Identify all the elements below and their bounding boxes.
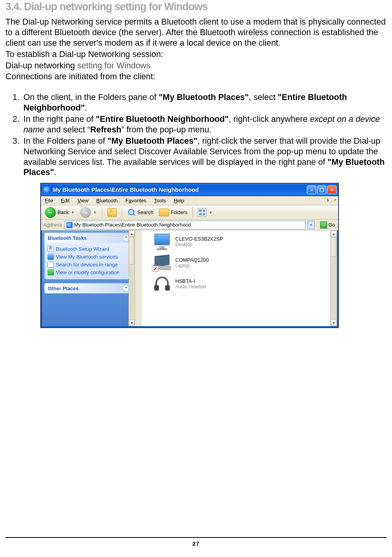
- forward-dropdown-icon[interactable]: ▼: [93, 211, 97, 214]
- step-1-c: , select: [249, 93, 278, 102]
- desktop-icon: [153, 233, 171, 250]
- device-item-laptop[interactable]: ✔ COMPAQ1200 Laptop: [143, 254, 335, 271]
- forward-arrow-icon: →: [80, 207, 91, 218]
- intro-p3-b: setting for Windows: [77, 61, 151, 70]
- up-button[interactable]: [106, 207, 118, 218]
- windows-flag-icon: [327, 197, 336, 204]
- back-button[interactable]: ← Back ▼: [43, 206, 76, 219]
- device-text: COMPAQ1200 Laptop: [175, 257, 209, 268]
- go-button[interactable]: → Go: [317, 221, 338, 229]
- step-1-b: "My Bluetooth Places": [159, 93, 249, 102]
- maximize-button[interactable]: ▢: [317, 186, 326, 194]
- device-type: Laptop: [175, 263, 209, 268]
- scroll-up-icon[interactable]: ▲: [129, 230, 135, 237]
- device-name: HSBTA-I: [175, 278, 206, 284]
- other-places-header[interactable]: Other Places ⌃: [45, 283, 133, 293]
- search-label: Search: [137, 209, 153, 215]
- other-places-title: Other Places: [48, 286, 79, 291]
- device-name: CLEVO-ES3B2X2SP: [175, 236, 223, 242]
- toolbar-separator: [192, 207, 193, 218]
- wizard-label: Bluetooth Setup Wizard: [56, 246, 109, 252]
- step-3-a: In the Folders pane of: [23, 136, 107, 146]
- scroll-up-icon[interactable]: ▲: [331, 230, 337, 237]
- address-input[interactable]: My Bluetooth Places\Entire Bluetooth Nei…: [64, 221, 305, 229]
- step-3-e: .: [54, 168, 56, 177]
- menu-tools[interactable]: Tools: [154, 198, 166, 204]
- search-button[interactable]: Search: [126, 207, 155, 218]
- intro-paragraph-2: To establish a Dial-up Networking sessio…: [5, 49, 387, 60]
- minimize-button[interactable]: –: [307, 186, 316, 194]
- go-label: Go: [328, 222, 335, 228]
- menu-favorites[interactable]: Favorites: [125, 198, 146, 204]
- search-icon: [127, 208, 136, 217]
- views-icon: [198, 208, 207, 217]
- step-2-c: , right-click anywhere: [229, 114, 310, 124]
- embedded-screenshot: My Bluetooth Places\Entire Bluetooth Nei…: [41, 183, 339, 328]
- device-item-desktop[interactable]: CLEVO-ES3B2X2SP Desktop: [143, 233, 335, 250]
- task-link-config[interactable]: View or modify configuration: [48, 268, 130, 276]
- toolbar-separator: [122, 207, 122, 218]
- bluetooth-tasks-body: Bluetooth Setup Wizard View My Bluetooth…: [45, 243, 133, 279]
- bluetooth-tasks-title: Bluetooth Tasks: [48, 235, 87, 241]
- config-icon: [48, 269, 54, 275]
- left-scrollbar[interactable]: ▲ ▼: [128, 230, 135, 326]
- step-2-b: "Entire Bluetooth Neighborhood": [96, 114, 228, 124]
- intro-paragraph-3: Dial-up networking setting for Windows: [5, 61, 387, 71]
- bluetooth-tasks-header[interactable]: Bluetooth Tasks ⌃: [45, 233, 133, 243]
- window-titlebar[interactable]: My Bluetooth Places\Entire Bluetooth Nei…: [41, 184, 338, 196]
- content-pane[interactable]: CLEVO-ES3B2X2SP Desktop ✔ COMPAQ1200 Lap…: [142, 230, 337, 326]
- menu-view[interactable]: View: [77, 198, 88, 204]
- folders-button[interactable]: Folders: [157, 208, 189, 217]
- step-1: On the client, in the Folders pane of "M…: [22, 92, 387, 113]
- toolbar-separator: [102, 207, 102, 218]
- scroll-down-icon[interactable]: ▼: [129, 320, 135, 326]
- intro-paragraph-1: The Dial-up Networking service permits a…: [5, 17, 387, 48]
- forward-button[interactable]: → ▼: [78, 206, 98, 219]
- task-link-wizard[interactable]: Bluetooth Setup Wizard: [48, 245, 130, 253]
- explorer-window: My Bluetooth Places\Entire Bluetooth Nei…: [41, 183, 339, 328]
- device-type: Desktop: [175, 242, 223, 247]
- window-controls: – ▢ ×: [307, 186, 337, 194]
- menu-file[interactable]: File: [45, 198, 53, 204]
- other-places-box: Other Places ⌃: [45, 283, 133, 293]
- device-name: COMPAQ1200: [175, 257, 209, 263]
- task-link-view-services[interactable]: View My Bluetooth services: [48, 253, 130, 261]
- views-dropdown-icon[interactable]: ▼: [209, 211, 212, 214]
- task-link-search-devices[interactable]: Search for devices in range: [48, 261, 130, 268]
- scroll-thumb[interactable]: [331, 237, 337, 257]
- page-footer: 27: [5, 537, 387, 547]
- menu-bluetooth[interactable]: Bluetooth: [96, 198, 118, 204]
- bluetooth-tasks-box: Bluetooth Tasks ⌃ Bluetooth Setup Wizard…: [45, 233, 133, 279]
- device-item-headset[interactable]: HSBTA-I Audio Headset: [143, 275, 335, 292]
- menu-edit[interactable]: Edit: [61, 198, 69, 204]
- toolbar: ← Back ▼ → ▼ Search Folders: [41, 205, 338, 220]
- step-1-a: On the client, in the Folders pane of: [23, 93, 159, 102]
- device-type: Audio Headset: [175, 284, 206, 289]
- views-button[interactable]: ▼: [196, 207, 214, 218]
- step-2-f: Refresh: [90, 125, 121, 134]
- step-2: In the right pane of "Entire Bluetooth N…: [22, 114, 387, 135]
- steps-list: On the client, in the Folders pane of "M…: [5, 92, 387, 178]
- close-button[interactable]: ×: [327, 186, 337, 194]
- address-bar: Address My Bluetooth Places\Entire Bluet…: [41, 220, 338, 230]
- scroll-down-icon[interactable]: ▼: [331, 320, 337, 326]
- folder-up-icon: [107, 208, 117, 217]
- device-text: CLEVO-ES3B2X2SP Desktop: [175, 236, 223, 247]
- page-number: 27: [192, 540, 200, 547]
- address-label: Address: [43, 222, 62, 228]
- back-arrow-icon: ←: [45, 207, 56, 218]
- wizard-icon: [48, 246, 54, 252]
- menu-help[interactable]: Help: [174, 198, 184, 204]
- folders-icon: [159, 209, 169, 216]
- back-label: Back: [57, 209, 69, 215]
- back-dropdown-icon[interactable]: ▼: [71, 211, 75, 214]
- address-dropdown[interactable]: ▾: [308, 221, 315, 229]
- address-path: My Bluetooth Places\Entire Bluetooth Nei…: [74, 222, 191, 228]
- right-scrollbar[interactable]: ▲ ▼: [330, 230, 337, 326]
- go-arrow-icon: →: [320, 221, 327, 229]
- bluetooth-icon: [66, 222, 73, 228]
- device-text: HSBTA-I Audio Headset: [175, 278, 206, 289]
- scroll-thumb[interactable]: [129, 237, 134, 264]
- section-heading: 3.4. Dial-up networking setting for Wind…: [5, 1, 387, 13]
- step-2-a: In the right pane of: [23, 114, 96, 124]
